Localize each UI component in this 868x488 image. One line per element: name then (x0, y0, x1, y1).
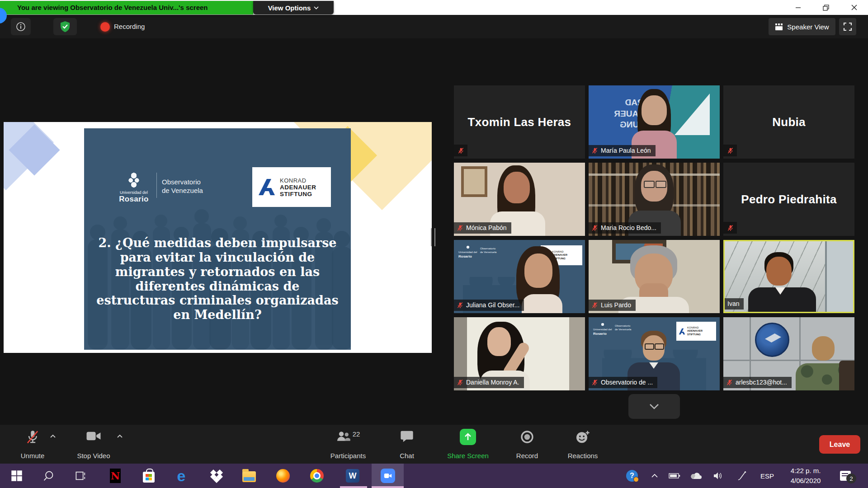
participant-name-label: Ivan (725, 298, 744, 310)
unmute-button[interactable]: Unmute (9, 425, 56, 464)
dropbox-button[interactable] (208, 464, 226, 488)
rosario-logo: Universidad del Rosario (115, 170, 153, 204)
participant-name-label: María Paula León (589, 145, 656, 156)
reactions-button[interactable]: Reactions (553, 425, 612, 464)
chat-button[interactable]: Chat (382, 425, 432, 464)
banner-text: You are viewing Observatorio de Venezuel… (17, 4, 208, 11)
battery-tray-button[interactable] (665, 464, 684, 488)
word-button[interactable]: W (344, 464, 362, 488)
zoom-taskbar-button[interactable] (379, 464, 397, 488)
pen-tray-button[interactable] (733, 464, 751, 488)
participant-video (812, 336, 835, 361)
mute-indicator (454, 145, 467, 156)
participant-name: Pedro Piedrahita (723, 163, 854, 236)
observatorio-logo: Observatorio de Venezuela (162, 178, 203, 195)
minimize-button[interactable] (784, 0, 812, 15)
mic-muted-icon (26, 430, 39, 445)
netflix-button[interactable]: N (106, 464, 124, 488)
chat-bubble-icon (400, 430, 414, 443)
restore-button[interactable] (812, 0, 840, 15)
get-help-tray-button[interactable]: ? (623, 464, 641, 488)
panel-resize-handle[interactable] (431, 228, 435, 246)
mic-muted-icon (727, 147, 734, 154)
task-view-button[interactable] (72, 464, 90, 488)
zoom-meeting-window: You are viewing Observatorio de Venezuel… (0, 0, 868, 488)
participant-name-label: Juliana Gil Obser... (454, 300, 524, 311)
onedrive-icon (690, 472, 702, 480)
view-options-button[interactable]: View Options (253, 1, 334, 14)
audio-options-caret[interactable] (50, 432, 56, 440)
shared-screen: Universidad del Rosario Observatorio de … (4, 122, 432, 353)
participant-name: Daniella Monroy A. (466, 379, 519, 386)
onedrive-tray-button[interactable] (687, 464, 705, 488)
participant-tile-ivan[interactable]: Ivan (723, 240, 854, 313)
leave-button[interactable]: Leave (819, 435, 860, 454)
action-center-button[interactable]: 2 (836, 464, 854, 488)
windows-start-icon (11, 470, 23, 482)
mini-rosario-logo: Universidad del Rosario (593, 322, 612, 336)
participant-name-label: Luis Pardo (589, 300, 636, 311)
notification-icon: 2 (840, 471, 851, 481)
participants-button[interactable]: 22 Participants (316, 425, 380, 464)
notification-badge: 2 (846, 474, 856, 483)
participant-name-label: Mónica Pabón (454, 222, 511, 234)
video-options-caret[interactable] (117, 432, 123, 440)
close-button[interactable] (840, 0, 868, 15)
participant-name-label: Maria Rocio Bedo... (589, 222, 661, 234)
mic-muted-icon (458, 147, 464, 154)
stop-video-button[interactable]: Stop Video (64, 425, 123, 464)
participant-tile-luis[interactable]: Luis Pardo (589, 240, 720, 313)
more-participants-button[interactable] (628, 394, 680, 419)
participant-tile-arlesbc[interactable]: arlesbc123@hot... (723, 317, 854, 390)
tray-overflow-button[interactable] (646, 464, 664, 488)
mic-muted-icon (457, 379, 463, 386)
help-icon: ? (626, 470, 638, 482)
firefox-button[interactable] (274, 464, 292, 488)
language-tray-button[interactable]: ESP (756, 464, 778, 488)
participant-tile-juliana[interactable]: Universidad del Rosario Observatoriode V… (454, 240, 585, 313)
kas-a-icon (258, 178, 276, 196)
participant-tile-maria-rocio[interactable]: Maria Rocio Bedo... (589, 163, 720, 236)
clock-tray-button[interactable]: 4:22 p. m. 4/06/2020 (783, 466, 828, 486)
speaker-view-button[interactable]: Speaker View (769, 18, 835, 35)
kas-a-icon (679, 328, 685, 335)
chair (839, 361, 854, 390)
chrome-button[interactable] (308, 464, 326, 488)
participant-tile-maria-paula[interactable]: KONRADADENAUERSTIFTUNG María Paula León (589, 85, 720, 159)
participant-tile-observatorio[interactable]: Universidad del Rosario Observatoriode V… (589, 317, 720, 390)
fullscreen-button[interactable] (839, 18, 856, 35)
view-options-label: View Options (268, 4, 311, 12)
participant-tile-nubia[interactable]: Nubia (723, 85, 854, 159)
participant-tile-monica[interactable]: Mónica Pabón (454, 163, 585, 236)
start-button[interactable] (8, 464, 26, 488)
rosario-line2: Rosario (115, 195, 153, 204)
file-explorer-button[interactable] (240, 464, 258, 488)
participant-name-label: arlesbc123@hot... (723, 377, 792, 388)
volume-tray-button[interactable] (709, 464, 727, 488)
edge-button[interactable]: e (172, 464, 190, 488)
participant-name: arlesbc123@hot... (736, 379, 787, 386)
main-area: Universidad del Rosario Observatorio de … (0, 38, 868, 425)
banner-graphic (675, 94, 710, 135)
edge-icon: e (177, 468, 186, 483)
participant-tile-txomin[interactable]: Txomin Las Heras (454, 85, 585, 159)
share-screen-button[interactable]: Share Screen (432, 425, 504, 464)
meeting-info-button[interactable] (11, 18, 31, 35)
participant-name: Txomin Las Heras (454, 85, 585, 159)
participant-name: Luis Pardo (601, 301, 631, 309)
record-button[interactable]: Record (500, 425, 554, 464)
participant-name-label: Daniella Monroy A. (454, 377, 524, 388)
gallery-grid-icon (775, 23, 783, 31)
encryption-button[interactable] (53, 18, 77, 35)
logo-divider (156, 173, 157, 198)
mini-kas-logo: KONRADADENAUERSTIFTUNG (676, 322, 716, 341)
rosario-crest-icon (126, 170, 142, 189)
meeting-control-bar: Unmute Stop Video 22 Partic (0, 425, 868, 464)
mute-indicator (723, 222, 737, 234)
participant-tile-pedro[interactable]: Pedro Piedrahita (723, 163, 854, 236)
pen-icon (738, 471, 747, 481)
participant-tile-daniella[interactable]: Daniella Monroy A. (454, 317, 585, 390)
search-button[interactable] (39, 464, 57, 488)
store-button[interactable] (140, 464, 158, 488)
file-explorer-icon (242, 471, 256, 482)
